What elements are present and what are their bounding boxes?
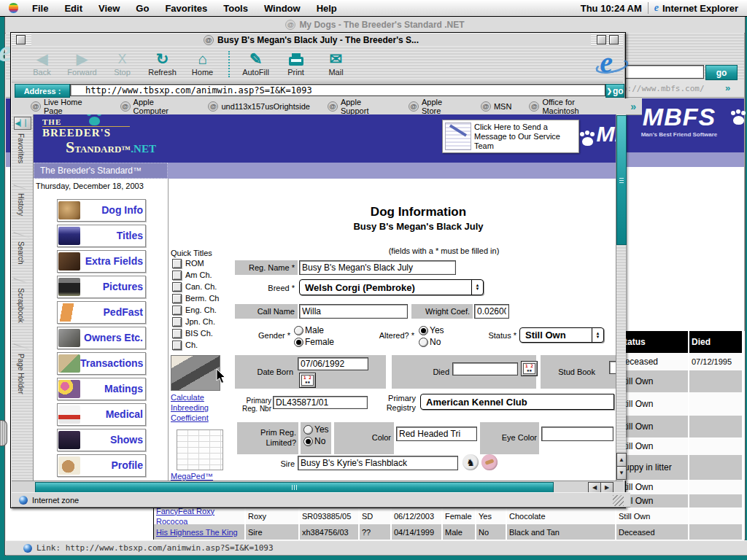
checkbox-eng-ch[interactable] [172,306,182,315]
nav-pedfast[interactable]: PedFast [57,301,146,324]
color-input[interactable] [396,427,477,441]
sire-input[interactable] [298,456,458,470]
tab-search[interactable]: Search [17,241,25,265]
breed-select[interactable]: Welsh Corgi (Pembroke)▲▼ [299,279,484,295]
autofill-button[interactable]: ✎AutoFill [236,48,276,77]
drawer-edge-handle[interactable] [0,420,7,446]
nav-dog-info[interactable]: Dog Info [57,199,146,222]
date-born-input[interactable] [298,357,368,370]
favorite-item[interactable]: @Live Home Page [31,98,103,115]
scroll-up-button[interactable]: ▲ [616,453,627,467]
tab-favorites[interactable]: Favorites [17,133,25,163]
scroll-right-button[interactable]: ▶ [600,482,614,493]
favorite-item[interactable]: @Office for Macintosh [529,98,613,115]
megaped-link[interactable]: MegaPed™ .NET [171,471,229,481]
dog-link[interactable]: FancyFeat Roxy Rococoa [156,508,242,524]
died-calendar-button[interactable]: 1 2▪▪ [521,361,538,376]
reg-name-input[interactable] [299,260,456,275]
browser-window[interactable]: @ Busy B's Megan's Black July - The Bree… [10,32,626,508]
print-button[interactable]: Print [276,48,316,77]
window-titlebar[interactable]: @ Busy B's Megan's Black July - The Bree… [12,34,623,46]
call-name-input[interactable] [299,304,408,319]
megaped-image[interactable] [177,429,223,470]
nav-profile[interactable]: Profile [57,454,146,477]
scroll-down-button[interactable]: ▼ [616,466,627,480]
nav-shows[interactable]: Shows [57,429,146,451]
tab-pageholder[interactable]: Page Holder [17,354,25,394]
home-button[interactable]: ⌂Home [182,48,222,77]
service-message-button[interactable]: Click Here to Send a Message to Our Serv… [442,120,579,153]
status-select[interactable]: Still Own▲▼ [519,327,604,343]
nav-transactions[interactable]: Transactions [57,352,146,375]
nav-owners[interactable]: Owners Etc. [57,327,146,349]
nav-medical[interactable]: Medical [57,403,146,426]
checkbox-ch[interactable] [172,341,182,350]
menu-view[interactable]: View [90,0,128,16]
background-go-button[interactable]: go [705,65,738,80]
nav-extra-fields[interactable]: Extra Fields [57,250,146,273]
mail-button[interactable]: ✉Mail [316,48,356,77]
tab-scrapbook[interactable]: Scrapbook [17,288,25,323]
tab-history[interactable]: History [17,193,25,216]
address-input[interactable] [70,84,605,96]
refresh-button[interactable]: ↻Refresh [142,48,182,77]
menu-help[interactable]: Help [309,0,345,16]
nav-titles[interactable]: Titles [57,225,146,247]
checkbox-rom[interactable] [172,259,182,268]
limited-yes-radio[interactable] [303,425,313,435]
eye-color-input[interactable] [541,427,614,441]
column-header-status[interactable]: Status [616,331,688,353]
stop-button[interactable]: XStop [102,48,142,77]
horizontal-scrollbar[interactable]: ◀ ▶ [12,481,623,493]
back-button[interactable]: ◀Back [22,48,62,77]
checkbox-am-ch[interactable] [172,271,182,280]
vertical-scrollbar-thumb[interactable] [616,115,627,245]
menu-go[interactable]: Go [128,0,157,16]
vertical-scrollbar[interactable]: ▲ ▼ [616,114,626,481]
gender-male-radio[interactable] [294,326,303,335]
zoom-box[interactable] [597,35,606,44]
altered-yes-radio[interactable] [419,326,428,335]
chevron-icon[interactable]: » [630,101,636,112]
application-menu[interactable]: Internet Explorer [662,3,738,14]
checkbox-can-ch[interactable] [172,282,182,292]
favorite-item[interactable]: @Apple Computer [120,98,191,115]
go-button[interactable]: ❯go [605,84,624,98]
close-box[interactable] [16,35,26,44]
primary-registry-select[interactable]: American Kennel Club [420,394,614,410]
collapse-box[interactable] [609,35,619,44]
menu-favorites[interactable]: Favorites [157,0,215,16]
forward-button[interactable]: ▶Forward [62,48,102,77]
background-search-input[interactable] [622,65,704,79]
apple-menu-icon[interactable] [9,3,18,13]
menu-tools[interactable]: Tools [215,0,256,16]
chevron-icon[interactable]: » [725,82,730,93]
menu-clock[interactable]: Thu 10:24 AM [581,3,642,14]
altered-no-radio[interactable] [419,338,428,347]
checkbox-bis-ch[interactable] [172,329,182,338]
checkbox-berm-ch[interactable] [172,294,182,303]
sire-tool-button[interactable] [481,454,498,470]
background-window-titlebar[interactable]: @ My Dogs - The Breeder's Standard .NET [5,17,745,34]
collapse-drawer-icon[interactable]: ◀▏▏ [14,117,31,130]
limited-no-radio[interactable] [303,437,313,446]
sire-lookup-button[interactable]: ♞ [462,454,479,470]
column-header-died[interactable]: Died [689,331,742,353]
primary-reg-nbr-input[interactable] [273,396,368,409]
resize-grip[interactable] [613,495,624,506]
wright-coef-input[interactable] [474,304,509,319]
date-born-calendar-button[interactable]: 1 2▪▪ [299,373,316,388]
scroll-left-button[interactable]: ◀ [588,482,601,493]
menu-window[interactable]: Window [256,0,309,16]
horizontal-scrollbar-thumb[interactable] [35,482,554,493]
died-input[interactable] [452,362,518,376]
favorite-item[interactable]: @Apple Store [409,98,463,115]
nav-matings[interactable]: Matings [57,378,146,400]
stud-book-input[interactable] [609,361,616,374]
gender-female-radio[interactable] [294,338,303,347]
favorite-item[interactable]: @MSN [481,101,511,112]
favorite-item[interactable]: @und113x157usOrightside [208,101,310,112]
calc-inbreeding-link[interactable]: Calculate Inbreeding Coefficient [171,392,228,423]
checkbox-jpn-ch[interactable] [172,317,182,327]
nav-pictures[interactable]: Pictures [57,276,146,298]
